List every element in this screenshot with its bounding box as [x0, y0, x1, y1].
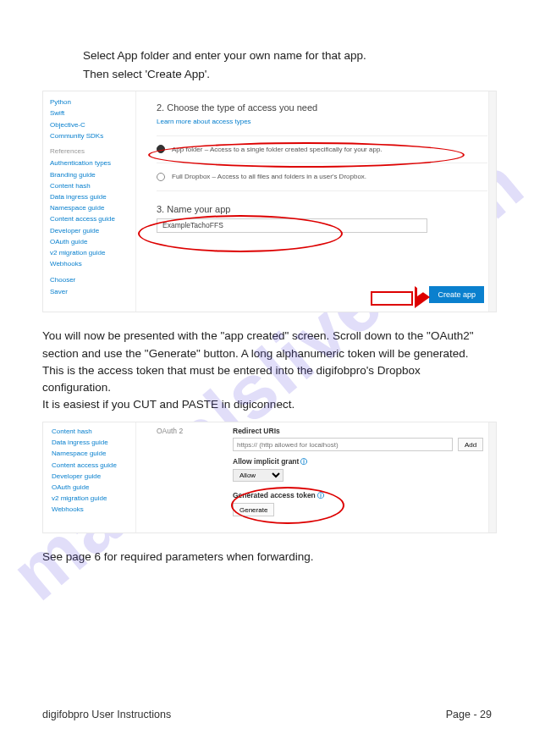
- sidebar-item[interactable]: Content access guide: [52, 460, 135, 471]
- para-line: You will now be presented with the "app …: [42, 328, 492, 345]
- sidebar-item[interactable]: Webhooks: [52, 504, 135, 515]
- sidebar-item[interactable]: Python: [50, 97, 135, 108]
- step2-title: 2. Choose the type of access you need: [157, 102, 487, 115]
- add-button[interactable]: Add: [458, 438, 483, 451]
- middle-paragraph: You will now be presented with the "app …: [42, 328, 492, 413]
- sidebar-item[interactable]: v2 migration guide: [52, 493, 135, 504]
- sidebar-item[interactable]: Saver: [50, 286, 135, 297]
- implicit-grant-select[interactable]: Allow: [233, 469, 284, 482]
- sidebar-item[interactable]: Content access guide: [50, 213, 135, 224]
- redirect-uris-label: Redirect URIs: [233, 427, 280, 435]
- sidebar-item[interactable]: Swift: [50, 108, 135, 119]
- page-footer: digifobpro User Instructions Page - 29: [42, 707, 492, 722]
- footer-right: Page - 29: [446, 707, 492, 722]
- screenshot-1-wrap: Python Swift Objective-C Community SDKs …: [42, 91, 492, 312]
- sidebar-item[interactable]: Branding guide: [50, 169, 135, 180]
- sidebar-item[interactable]: Chooser: [50, 274, 135, 285]
- intro-block: Select App folder and enter your own nam…: [42, 47, 492, 82]
- sidebar-item[interactable]: Community SDKs: [50, 130, 135, 141]
- sidebar-item[interactable]: Namespace guide: [52, 448, 135, 459]
- closing-line: See page 6 for required parameters when …: [42, 549, 492, 566]
- annotation-ellipse-2: [138, 215, 343, 252]
- sidebar-item[interactable]: Authentication types: [50, 157, 135, 168]
- implicit-grant-label: Allow implicit grant: [233, 457, 299, 466]
- sidebar-item[interactable]: Developer guide: [52, 471, 135, 482]
- sidebar-item[interactable]: Webhooks: [50, 258, 135, 269]
- screenshot-2-wrap: Content hash Data ingress guide Namespac…: [42, 422, 492, 533]
- sidebar-item[interactable]: Namespace guide: [50, 202, 135, 213]
- sidebar-item[interactable]: Content hash: [50, 180, 135, 191]
- sidebar-item[interactable]: OAuth guide: [52, 482, 135, 493]
- step3-title: 3. Name your app: [157, 203, 487, 217]
- option-full-dropbox[interactable]: Full Dropbox – Access to all files and f…: [157, 168, 487, 185]
- oauth2-heading: OAuth 2: [157, 426, 207, 517]
- intro-line-2: Then select 'Create App'.: [42, 66, 492, 83]
- sidebar-heading: References: [50, 146, 135, 157]
- sidebar-1: Python Swift Objective-C Community SDKs …: [43, 91, 136, 312]
- para-line: This is the access token that must be en…: [42, 362, 492, 395]
- sidebar-item[interactable]: Objective-C: [50, 119, 135, 130]
- footer-left: digifobpro User Instructions: [42, 707, 171, 722]
- sidebar-item[interactable]: OAuth guide: [50, 236, 135, 247]
- para-line: section and use the "Generate" button. A…: [42, 345, 492, 362]
- sidebar-item[interactable]: v2 migration guide: [50, 247, 135, 258]
- main-1: 2. Choose the type of access you need Le…: [136, 91, 496, 312]
- sidebar-item[interactable]: Content hash: [52, 426, 135, 437]
- sidebar-item[interactable]: Developer guide: [50, 225, 135, 236]
- radio-empty-icon: [157, 173, 165, 181]
- info-icon[interactable]: ⓘ: [300, 458, 307, 466]
- sidebar-item[interactable]: Data ingress guide: [52, 437, 135, 448]
- sidebar-2: Content hash Data ingress guide Namespac…: [43, 422, 136, 533]
- screenshot-1: Python Swift Objective-C Community SDKs …: [42, 91, 497, 312]
- annotation-ellipse-3: [231, 487, 344, 524]
- document-page: manualslive.com Select App folder and en…: [0, 0, 534, 756]
- screenshot-2: Content hash Data ingress guide Namespac…: [42, 422, 497, 533]
- learn-link[interactable]: Learn more about access types: [157, 117, 487, 127]
- redirect-uri-input[interactable]: [233, 438, 453, 451]
- annotation-arrow: [371, 289, 430, 306]
- sidebar-item[interactable]: Data ingress guide: [50, 191, 135, 202]
- option-label: Full Dropbox – Access to all files and f…: [172, 172, 366, 182]
- create-app-button[interactable]: Create app: [429, 286, 484, 303]
- para-line: It is easiest if you CUT and PASTE in di…: [42, 396, 492, 413]
- intro-line-1: Select App folder and enter your own nam…: [42, 47, 492, 64]
- annotation-ellipse-1: [148, 142, 465, 168]
